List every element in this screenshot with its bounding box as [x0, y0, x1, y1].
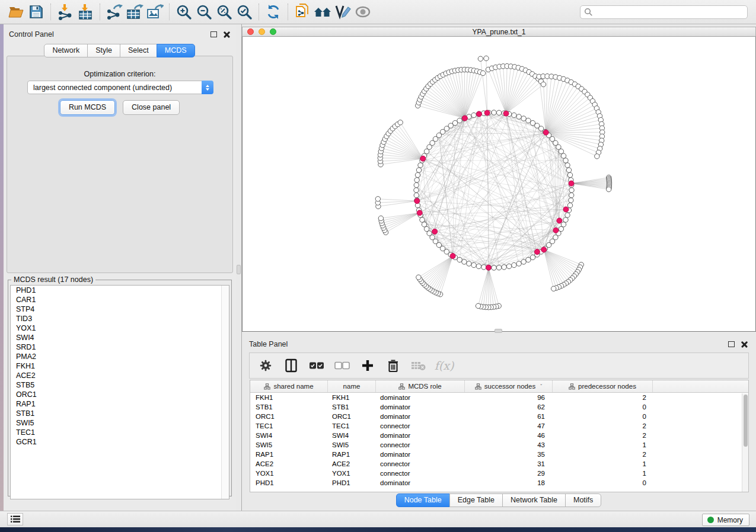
function-button[interactable]: f(x): [436, 358, 452, 373]
add-icon: [361, 359, 374, 372]
table-panel: Table Panel f(x): [242, 334, 756, 507]
export-table-icon: [126, 4, 143, 20]
splitter-grip[interactable]: [237, 265, 241, 274]
table-row[interactable]: ACE2 ACE2 connector 31 1: [250, 459, 748, 469]
column-header-successor-nodes[interactable]: successor nodes ˇ: [465, 380, 553, 392]
deselect-all-icon: [334, 361, 350, 370]
task-history-button[interactable]: [7, 513, 23, 525]
tab-node-table[interactable]: Node Table: [396, 493, 450, 507]
memory-button[interactable]: Memory: [702, 514, 749, 526]
mcds-result-item[interactable]: PMA2: [11, 352, 229, 361]
style-pen-button[interactable]: [333, 2, 353, 21]
gear-button[interactable]: [258, 358, 273, 373]
table-row[interactable]: SWI5 SWI5 connector 43 1: [250, 440, 748, 450]
mcds-result-item[interactable]: PHD1: [11, 286, 229, 295]
table-row[interactable]: STB1 STB1 dominator 62 0: [250, 402, 748, 412]
criterion-value: largest connected component (undirected): [28, 84, 202, 92]
zoom-fit-icon: [216, 4, 232, 20]
column-header-filler: [653, 380, 748, 392]
add-column-button[interactable]: [360, 358, 375, 373]
vertical-splitter[interactable]: [236, 24, 242, 511]
table-row[interactable]: SWI4 SWI4 dominator 46 2: [250, 431, 748, 440]
mcds-result-item[interactable]: ACE2: [11, 371, 229, 380]
mcds-result-item[interactable]: STP4: [11, 305, 229, 314]
toolbar-separator: [259, 4, 259, 20]
shared-column-icon: [398, 383, 405, 390]
mcds-result-item[interactable]: YOX1: [11, 323, 229, 333]
eye-button[interactable]: [353, 2, 373, 21]
search-input[interactable]: [593, 8, 735, 16]
table-scrollbar-thumb[interactable]: [744, 395, 748, 447]
clone-network-button[interactable]: [292, 2, 312, 21]
mcds-result-item[interactable]: SWI4: [11, 333, 229, 342]
import-network-button[interactable]: [55, 2, 75, 21]
column-header-name[interactable]: name: [328, 380, 376, 392]
close-table-panel-icon[interactable]: [741, 341, 748, 348]
delete-column-button[interactable]: [385, 358, 401, 373]
open-file-button[interactable]: [6, 2, 26, 21]
columns-button[interactable]: [283, 358, 299, 373]
zoom-in-icon: [176, 4, 192, 20]
network-canvas[interactable]: [243, 37, 755, 331]
tab-select[interactable]: Select: [120, 44, 157, 57]
mcds-result-item[interactable]: ORC1: [11, 390, 229, 399]
mcds-result-item[interactable]: SRD1: [11, 342, 229, 352]
table-row[interactable]: RAP1 RAP1 dominator 35 2: [250, 450, 748, 459]
table-row[interactable]: PHD1 PHD1 dominator 18 0: [250, 478, 748, 488]
column-header-predecessor-nodes[interactable]: predecessor nodes: [553, 380, 653, 392]
tab-motifs[interactable]: Motifs: [565, 493, 601, 507]
delete-table-button[interactable]: [411, 358, 426, 373]
search-box[interactable]: [580, 5, 748, 19]
save-session-button[interactable]: [26, 2, 46, 21]
mcds-result-item[interactable]: CAR1: [11, 295, 229, 305]
export-image-button[interactable]: [145, 2, 165, 21]
column-header-shared-name[interactable]: shared name: [250, 380, 328, 392]
list-icon: [11, 515, 20, 523]
float-panel-icon[interactable]: [210, 31, 217, 37]
mcds-result-item[interactable]: TEC1: [11, 428, 229, 437]
column-header-mcds-role[interactable]: MCDS role: [376, 380, 465, 392]
tab-style[interactable]: Style: [87, 44, 120, 57]
mcds-result-list[interactable]: PHD1CAR1STP4TID3YOX1SWI4SRD1PMA2FKH1ACE2…: [10, 285, 229, 499]
table-panel-title: Table Panel: [249, 340, 288, 348]
table-scrollbar[interactable]: [742, 393, 748, 492]
mcds-result-item[interactable]: STB5: [11, 380, 229, 390]
tab-edge-table[interactable]: Edge Table: [449, 493, 503, 507]
zoom-in-button[interactable]: [174, 2, 194, 21]
export-network-button[interactable]: [104, 2, 125, 21]
table-tabs: Node Table Edge Table Network Table Moti…: [242, 493, 756, 507]
deselect-all-button[interactable]: [334, 358, 350, 373]
mcds-result-item[interactable]: TID3: [11, 314, 229, 323]
eye-icon: [354, 5, 372, 18]
import-table-button[interactable]: [75, 2, 95, 21]
table-row[interactable]: YOX1 YOX1 connector 29 1: [250, 469, 748, 478]
refresh-button[interactable]: [263, 2, 283, 21]
mcds-result-item[interactable]: RAP1: [11, 399, 229, 409]
mcds-result-item[interactable]: GCR1: [11, 437, 229, 447]
result-scrollbar[interactable]: [221, 286, 229, 499]
close-panel-button[interactable]: Close panel: [123, 100, 180, 115]
network-titlebar[interactable]: YPA_prune.txt_1: [242, 27, 756, 37]
mcds-result-item[interactable]: SWI5: [11, 418, 229, 428]
criterion-dropdown[interactable]: largest connected component (undirected): [27, 81, 213, 94]
node-table[interactable]: shared name name MCDS role successor nod…: [250, 380, 749, 492]
zoom-fit-button[interactable]: [214, 2, 234, 21]
zoom-selected-button[interactable]: [234, 2, 254, 21]
table-row[interactable]: ORC1 ORC1 dominator 61 0: [250, 412, 748, 421]
tab-mcds[interactable]: MCDS: [157, 44, 195, 57]
zoom-out-button[interactable]: [194, 2, 214, 21]
table-row[interactable]: TEC1 TEC1 connector 47 2: [250, 421, 748, 431]
export-table-button[interactable]: [125, 2, 145, 21]
mcds-result-item[interactable]: STB1: [11, 409, 229, 418]
select-all-button[interactable]: [309, 358, 324, 373]
float-table-panel-icon[interactable]: [728, 341, 735, 347]
mcds-result-item[interactable]: FKH1: [11, 361, 229, 371]
table-row[interactable]: FKH1 FKH1 dominator 96 2: [250, 393, 748, 402]
close-panel-icon[interactable]: [224, 31, 230, 38]
tab-network-table[interactable]: Network Table: [502, 493, 566, 507]
run-mcds-button[interactable]: Run MCDS: [60, 100, 115, 115]
horizontal-splitter-grip[interactable]: [495, 329, 502, 333]
tab-network[interactable]: Network: [44, 44, 88, 57]
gear-icon: [259, 359, 272, 372]
home-button[interactable]: [312, 2, 333, 21]
